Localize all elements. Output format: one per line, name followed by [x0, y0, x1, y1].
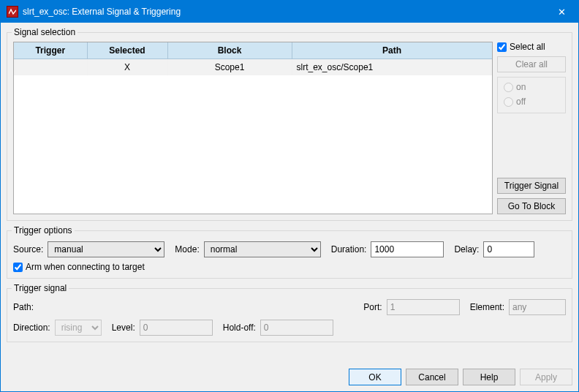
radio-on[interactable]: on [504, 82, 559, 92]
mode-select[interactable]: normal [204, 241, 321, 257]
source-label: Source: [13, 244, 43, 255]
cell-path: slrt_ex_osc/Scope1 [292, 59, 492, 76]
level-label: Level: [112, 323, 135, 333]
col-selected[interactable]: Selected [87, 42, 167, 59]
signal-table-wrap: Trigger Selected Block Path X Scope1 [13, 42, 493, 214]
trigger-options-legend: Trigger options [12, 225, 75, 235]
trigger-signal-legend: Trigger signal [12, 283, 69, 293]
element-input [509, 299, 566, 315]
arm-label: Arm when connecting to target [26, 262, 145, 272]
trigger-options-group: Trigger options Source: manual Mode: nor… [7, 225, 572, 279]
select-all-label: Select all [510, 42, 545, 52]
select-all-input[interactable] [497, 42, 507, 52]
cell-block: Scope1 [167, 59, 292, 76]
delay-input[interactable] [483, 241, 534, 257]
apply-button[interactable]: Apply [520, 369, 572, 385]
table-row[interactable]: X Scope1 slrt_ex_osc/Scope1 [14, 59, 492, 76]
ok-button[interactable]: OK [349, 369, 401, 385]
app-icon [7, 6, 18, 18]
radio-on-label: on [516, 82, 526, 92]
dialog-footer: OK Cancel Help Apply [1, 364, 578, 391]
cell-selected: X [87, 59, 167, 76]
arm-checkbox[interactable]: Arm when connecting to target [13, 262, 145, 272]
cell-trigger [14, 59, 87, 76]
titlebar: slrt_ex_osc: External Signal & Triggerin… [1, 1, 578, 23]
port-label: Port: [363, 302, 382, 312]
signal-selection-group: Signal selection Trigger Selected Block [7, 27, 572, 221]
select-all-checkbox[interactable]: Select all [497, 42, 566, 52]
go-to-block-button[interactable]: Go To Block [497, 198, 566, 214]
on-off-radio-group: on off [497, 77, 566, 113]
source-select[interactable]: manual [48, 241, 164, 257]
holdoff-input [260, 320, 333, 336]
signal-side-column: Select all Clear all on off [497, 42, 566, 214]
duration-input[interactable] [371, 241, 444, 257]
trigger-signal-group: Trigger signal Path: Port: Element: Dire… [7, 283, 572, 342]
radio-off[interactable]: off [504, 97, 559, 107]
col-block[interactable]: Block [167, 42, 292, 59]
radio-off-label: off [516, 97, 526, 107]
element-label: Element: [470, 302, 504, 312]
path-label: Path: [13, 302, 42, 312]
signal-selection-legend: Signal selection [12, 27, 77, 37]
mode-label: Mode: [175, 244, 199, 255]
direction-select: rising [55, 320, 102, 336]
arm-input[interactable] [13, 263, 23, 272]
level-input [140, 320, 213, 336]
delay-label: Delay: [454, 244, 479, 255]
content-area: Signal selection Trigger Selected Block [1, 23, 578, 364]
holdoff-label: Hold-off: [223, 323, 256, 333]
radio-on-input[interactable] [504, 83, 513, 92]
direction-label: Direction: [13, 323, 50, 333]
dialog-window: slrt_ex_osc: External Signal & Triggerin… [0, 0, 579, 392]
col-trigger[interactable]: Trigger [14, 42, 87, 59]
trigger-signal-button[interactable]: Trigger Signal [497, 178, 566, 194]
col-path[interactable]: Path [292, 42, 492, 59]
radio-off-input[interactable] [504, 97, 513, 107]
clear-all-button[interactable]: Clear all [497, 56, 566, 72]
cancel-button[interactable]: Cancel [406, 369, 458, 385]
help-button[interactable]: Help [463, 369, 515, 385]
window-title: slrt_ex_osc: External Signal & Triggerin… [23, 7, 545, 17]
close-icon[interactable]: ✕ [545, 1, 578, 23]
port-input [387, 299, 460, 315]
signal-table[interactable]: Trigger Selected Block Path X Scope1 [14, 42, 492, 75]
duration-label: Duration: [331, 244, 367, 255]
